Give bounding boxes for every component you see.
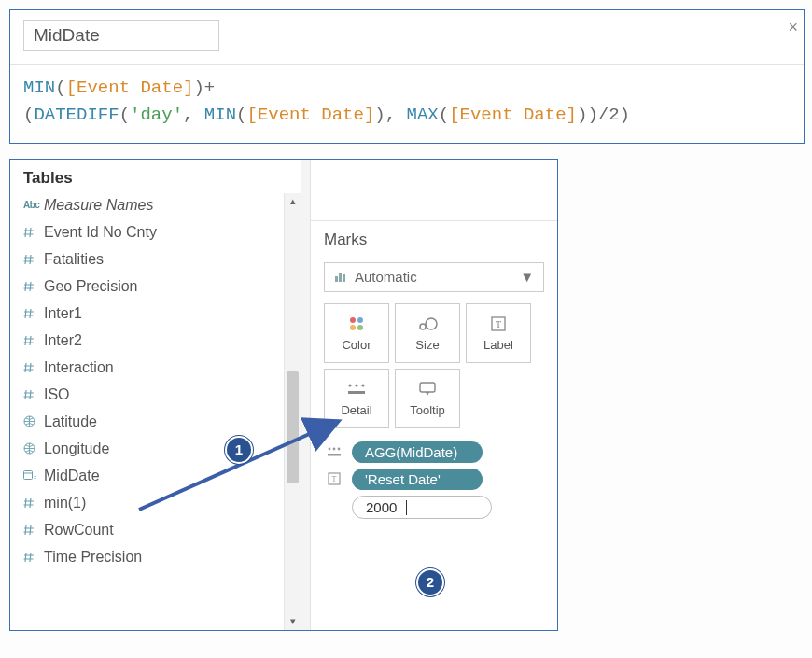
formula-token-fld: [Event Date] — [66, 77, 194, 98]
svg-rect-4 — [335, 276, 338, 282]
abc-icon: Abc — [23, 194, 44, 217]
callout-badge-1: 1 — [225, 436, 253, 464]
field-row[interactable]: Inter2 — [23, 329, 295, 356]
hash-icon — [23, 335, 44, 346]
field-row[interactable]: min(1) — [23, 491, 295, 518]
svg-rect-19 — [420, 383, 435, 392]
svg-text:T: T — [496, 319, 501, 329]
hash-icon — [23, 497, 44, 509]
pane-divider[interactable] — [301, 160, 311, 630]
field-row[interactable]: =MidDate — [23, 464, 295, 491]
svg-point-9 — [350, 325, 356, 330]
svg-text:=: = — [34, 474, 36, 481]
field-row[interactable]: Geo Precision — [23, 274, 295, 301]
chevron-down-icon: ▼ — [520, 269, 534, 285]
marks-tooltip-button[interactable]: Tooltip — [395, 369, 460, 428]
formula-token-punc: ( — [439, 105, 449, 125]
detail-shelf-pill-row[interactable]: AGG(MidDate) — [324, 441, 544, 463]
callout-badge-2: 2 — [416, 568, 444, 596]
tables-header: Tables — [10, 165, 301, 193]
field-row[interactable]: AbcMeasure Names — [23, 193, 295, 220]
scrollbar[interactable]: ▴ ▾ — [284, 193, 301, 630]
field-label: min(1) — [44, 492, 295, 514]
datecalc-icon: = — [23, 469, 44, 482]
calc-field-name-input[interactable] — [23, 20, 219, 51]
hash-icon — [23, 389, 44, 400]
formula-token-fld: [Event Date] — [246, 105, 374, 125]
svg-text:T: T — [332, 475, 337, 483]
marks-type-dropdown[interactable]: Automatic ▼ — [324, 262, 544, 292]
label-shelf-icon: T — [324, 472, 344, 485]
hash-icon — [23, 227, 44, 238]
svg-rect-23 — [328, 454, 341, 456]
shelf-area-blank — [311, 160, 557, 221]
formula-token-fn: MAX — [407, 105, 439, 125]
field-row[interactable]: RowCount — [23, 518, 295, 545]
field-row[interactable]: Inter1 — [23, 301, 295, 329]
hash-icon — [23, 281, 44, 292]
data-pane: Tables AbcMeasure NamesEvent Id No CntyF… — [10, 160, 301, 630]
svg-rect-2 — [24, 471, 33, 480]
field-label: MidDate — [44, 465, 295, 487]
svg-point-7 — [350, 317, 356, 323]
marks-color-button[interactable]: Color — [324, 303, 389, 363]
field-label: Event Id No Cnty — [44, 221, 295, 244]
svg-point-12 — [426, 318, 437, 329]
svg-point-22 — [338, 448, 341, 451]
field-label: Inter1 — [44, 302, 295, 325]
formula-token-punc: ( — [236, 105, 246, 125]
size-icon — [417, 314, 438, 334]
tooltip-icon — [418, 379, 437, 399]
marks-title: Marks — [324, 231, 544, 249]
label-icon: T — [490, 314, 507, 334]
scroll-up-icon[interactable]: ▴ — [285, 193, 301, 210]
field-label: Inter2 — [44, 329, 295, 352]
formula-token-punc: ), — [374, 105, 406, 125]
field-row[interactable]: Time Precision — [23, 545, 295, 572]
calculated-field-editor: × MIN([Event Date])+(DATEDIFF('day', MIN… — [9, 9, 805, 144]
field-label: ISO — [44, 384, 295, 406]
field-row[interactable]: Interaction — [23, 356, 295, 383]
field-label: Fatalities — [44, 248, 295, 271]
text-caret — [406, 500, 407, 515]
svg-rect-6 — [343, 274, 345, 282]
svg-point-21 — [333, 448, 336, 451]
label-shelf-pill-row[interactable]: T 'Reset Date' — [324, 469, 544, 490]
field-label: Measure Names — [44, 194, 295, 217]
svg-rect-18 — [348, 391, 365, 394]
field-row[interactable]: Event Id No Cnty — [23, 220, 295, 247]
field-row[interactable]: ISO — [23, 383, 295, 410]
formula-token-fn: MIN — [23, 77, 55, 98]
label-shelf-input-row[interactable] — [324, 496, 544, 519]
marks-size-button[interactable]: Size — [395, 303, 460, 363]
formula-token-punc: ( — [23, 105, 34, 125]
svg-point-16 — [355, 385, 357, 387]
field-row[interactable]: Longitude — [23, 437, 295, 464]
pill-reset-date[interactable]: 'Reset Date' — [352, 469, 483, 490]
formula-token-punc: ( — [55, 77, 65, 98]
svg-point-10 — [357, 325, 363, 330]
bar-chart-icon — [334, 269, 347, 285]
formula-token-fn: DATEDIFF — [34, 105, 119, 125]
globe-icon — [23, 415, 44, 427]
formula-token-fld: [Event Date] — [449, 105, 577, 125]
pill-agg-middate[interactable]: AGG(MidDate) — [352, 441, 483, 463]
hash-icon — [23, 525, 44, 536]
field-label: Latitude — [44, 411, 295, 433]
calc-formula-body[interactable]: MIN([Event Date])+(DATEDIFF('day', MIN([… — [23, 75, 791, 135]
field-label: Longitude — [44, 438, 295, 460]
color-palette-icon — [347, 314, 366, 334]
pill-text-input[interactable] — [352, 496, 492, 519]
close-icon[interactable]: × — [788, 18, 798, 37]
scroll-down-icon[interactable]: ▾ — [285, 613, 301, 630]
hash-icon — [23, 308, 44, 319]
field-row[interactable]: Latitude — [23, 410, 295, 437]
field-row[interactable]: Fatalities — [23, 247, 295, 274]
field-label: Time Precision — [44, 546, 295, 568]
marks-detail-button[interactable]: Detail — [324, 369, 389, 428]
scroll-thumb[interactable] — [287, 371, 299, 483]
formula-token-punc: ( — [119, 105, 130, 125]
formula-token-punc: , — [183, 105, 204, 125]
svg-point-8 — [357, 317, 363, 323]
marks-label-button[interactable]: T Label — [466, 303, 531, 363]
